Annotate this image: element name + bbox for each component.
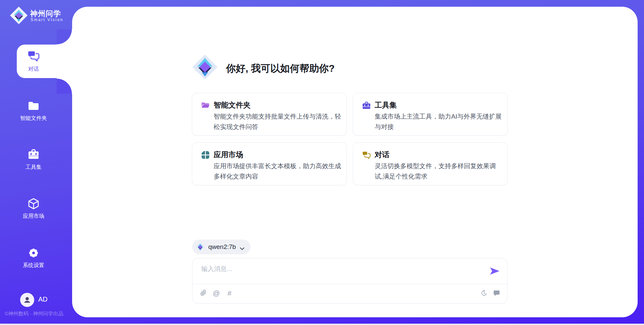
card-app-market[interactable]: 应用市场 应用市场提供丰富长文本模板，助力高效生成多样化文章内容 bbox=[192, 142, 347, 185]
model-name: qwen2:7b bbox=[208, 243, 236, 251]
card-description: 集成市场上主流工具，助力AI与外界无缝扩展与对接 bbox=[375, 111, 503, 132]
tab-fillet-bottom bbox=[57, 78, 72, 94]
composer-divider bbox=[193, 284, 507, 284]
card-title: 智能文件夹 bbox=[214, 100, 251, 110]
briefcase-icon bbox=[27, 148, 40, 161]
composer-toolbar-left: @ # bbox=[199, 289, 233, 297]
sidebar-item-label: 系统设置 bbox=[0, 262, 67, 269]
sidebar-item-toolset[interactable]: 工具集 bbox=[0, 148, 67, 171]
greeting-title: 你好, 我可以如何帮助你? bbox=[226, 62, 335, 75]
app-subtitle: Smart Vision bbox=[31, 17, 63, 22]
attachment-icon[interactable] bbox=[199, 289, 207, 297]
diamond-logo-icon bbox=[196, 242, 205, 252]
sidebar-footer: ©神州数码 · 神州问学出品 bbox=[5, 311, 63, 317]
chat-bubbles-icon bbox=[27, 49, 40, 63]
composer-toolbar-right bbox=[480, 289, 500, 297]
gear-icon bbox=[27, 246, 40, 260]
app-window: 神州问学 Smart Vision 对话 智能文件夹 bbox=[0, 0, 644, 325]
sidebar-item-chat[interactable]: 对话 bbox=[17, 45, 72, 78]
sidebar-item-label: 智能文件夹 bbox=[0, 115, 67, 122]
sidebar-item-smart-folder[interactable]: 智能文件夹 bbox=[0, 99, 67, 122]
card-chat[interactable]: 对话 灵活切换多模型文件，支持多样回复效果调试,满足个性化需求 bbox=[353, 142, 508, 185]
bottom-edge-strip bbox=[0, 324, 644, 325]
diamond-logo-icon bbox=[9, 6, 28, 25]
sidebar-item-label: 应用市场 bbox=[0, 213, 67, 220]
person-icon bbox=[23, 296, 32, 304]
hashtag-icon[interactable]: # bbox=[225, 289, 233, 297]
card-toolset[interactable]: 工具集 集成市场上主流工具，助力AI与外界无缝扩展与对接 bbox=[353, 93, 508, 136]
model-selector[interactable]: qwen2:7b bbox=[192, 240, 251, 254]
card-description: 智能文件夹功能支持批量文件上传与清洗，轻松实现文件问答 bbox=[214, 111, 342, 132]
user-initials: AD bbox=[38, 296, 48, 303]
grid-icon bbox=[201, 150, 210, 159]
user-avatar[interactable] bbox=[20, 293, 34, 307]
sidebar-item-app-market[interactable]: 应用市场 bbox=[0, 197, 67, 220]
user-row: AD bbox=[0, 292, 72, 308]
briefcase-icon bbox=[362, 101, 371, 110]
card-title: 应用市场 bbox=[214, 150, 243, 160]
cube-icon bbox=[27, 197, 40, 210]
chevron-down-icon bbox=[240, 246, 245, 249]
send-icon[interactable] bbox=[490, 267, 500, 276]
greeting-diamond-logo-icon bbox=[192, 54, 218, 80]
tab-fillet-top bbox=[57, 29, 72, 45]
message-input[interactable] bbox=[201, 264, 476, 274]
mention-icon[interactable]: @ bbox=[212, 289, 220, 297]
card-description: 应用市场提供丰富长文本模板，助力高效生成多样化文章内容 bbox=[214, 161, 342, 182]
history-icon[interactable] bbox=[480, 289, 488, 297]
chat-bubbles-icon bbox=[362, 150, 371, 159]
sidebar-item-settings[interactable]: 系统设置 bbox=[0, 246, 67, 269]
card-smart-folder[interactable]: 智能文件夹 智能文件夹功能支持批量文件上传与清洗，轻松实现文件问答 bbox=[192, 93, 347, 136]
sidebar-item-label: 对话 bbox=[17, 66, 50, 73]
message-composer: @ # bbox=[192, 258, 507, 304]
card-description: 灵活切换多模型文件，支持多样回复效果调试,满足个性化需求 bbox=[375, 161, 503, 182]
folder-open-icon bbox=[201, 101, 210, 110]
card-title: 对话 bbox=[375, 150, 389, 160]
card-title: 工具集 bbox=[375, 100, 397, 110]
sidebar-item-label: 工具集 bbox=[0, 164, 67, 171]
comment-icon[interactable] bbox=[492, 289, 500, 297]
folder-icon bbox=[27, 99, 40, 113]
